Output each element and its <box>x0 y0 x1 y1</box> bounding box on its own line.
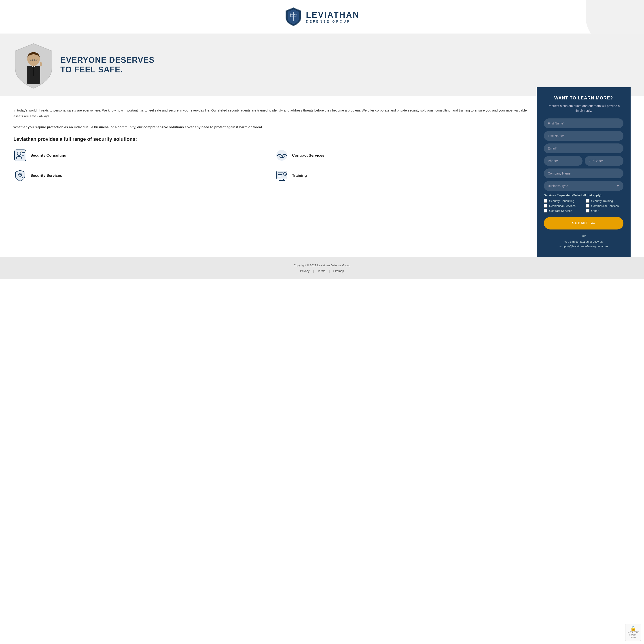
svg-rect-29 <box>278 176 281 176</box>
form-contact-info: you can contact us directly at: support@… <box>544 240 623 249</box>
hero-section: EVERYONE DESERVES TO FEEL SAFE. <box>0 34 644 96</box>
submit-button[interactable]: SUBMIT ⇐ <box>544 217 623 229</box>
first-name-input[interactable] <box>544 118 623 128</box>
service-security-label: Security Services <box>30 173 62 178</box>
checkboxes-grid: Security Consulting Security Training Re… <box>544 199 623 213</box>
logo-shield-icon <box>284 7 302 27</box>
svg-rect-22 <box>25 151 25 152</box>
consulting-icon <box>13 149 27 162</box>
business-type-select[interactable]: Business Type LLC Corporation Sole Propr… <box>544 181 623 191</box>
form-subtitle: Request a custom quote and our team will… <box>544 104 623 113</box>
footer-divider-2: | <box>329 269 330 273</box>
services-requested-section: Services Requested (Select all that appl… <box>544 194 623 213</box>
left-content: In today's world, threats to personal sa… <box>13 96 537 194</box>
svg-point-25 <box>19 174 21 175</box>
services-requested-label: Services Requested (Select all that appl… <box>544 194 623 197</box>
checkbox-residential-input[interactable] <box>544 204 547 208</box>
zip-input[interactable] <box>585 156 623 166</box>
service-contract: Contract Services <box>275 149 528 162</box>
form-or-text: Or <box>544 234 623 238</box>
hero-left: EVERYONE DESERVES TO FEEL SAFE. <box>13 42 631 87</box>
phone-zip-row <box>544 156 623 166</box>
form-contact-email: support@leviathandefensegroup.com <box>544 244 623 249</box>
checkbox-security-consulting-label: Security Consulting <box>549 199 574 203</box>
body-paragraph-1: In today's world, threats to personal sa… <box>13 107 528 119</box>
checkbox-security-training[interactable]: Security Training <box>586 199 623 203</box>
checkbox-contract-input[interactable] <box>544 209 547 213</box>
training-icon <box>275 169 288 182</box>
email-input[interactable] <box>544 143 623 153</box>
checkbox-other[interactable]: Other <box>586 209 623 213</box>
checkbox-security-training-input[interactable] <box>586 199 589 203</box>
service-consulting: Security Consulting <box>13 149 266 162</box>
service-contract-label: Contract Services <box>292 153 325 158</box>
contact-form: WANT TO LEARN MORE? Request a custom quo… <box>537 87 631 257</box>
svg-rect-27 <box>278 173 283 173</box>
tagline-line2: TO FEEL SAFE. <box>60 65 154 74</box>
checkbox-other-input[interactable] <box>586 209 589 213</box>
last-name-input[interactable] <box>544 131 623 141</box>
footer: Copyright © 2021 Leviathan Defense Group… <box>0 257 644 279</box>
security-icon <box>13 169 27 182</box>
service-training: Training <box>275 169 528 182</box>
checkbox-commercial-input[interactable] <box>586 204 589 208</box>
business-type-wrapper: Business Type LLC Corporation Sole Propr… <box>544 181 623 191</box>
svg-rect-19 <box>22 154 25 154</box>
services-grid: Security Consulting Contract Services <box>13 149 528 182</box>
recaptcha-badge: 🔒 reCAPTCHAPrivacy - Terms <box>625 624 641 641</box>
last-name-row <box>544 131 623 141</box>
recaptcha-logo-icon: 🔒 <box>628 626 638 631</box>
body-paragraph-2: Whether you require protection as an ind… <box>13 124 528 130</box>
first-name-row <box>544 118 623 128</box>
main-content: In today's world, threats to personal sa… <box>0 96 644 257</box>
form-title: WANT TO LEARN MORE? <box>544 95 623 101</box>
svg-rect-21 <box>21 151 22 152</box>
recaptcha-text: reCAPTCHAPrivacy - Terms <box>628 631 638 639</box>
email-row <box>544 143 623 153</box>
services-heading: Leviathan provides a full range of secur… <box>13 136 528 142</box>
hero-image <box>13 42 54 87</box>
footer-terms-link[interactable]: Terms <box>317 269 326 273</box>
hero-tagline: EVERYONE DESERVES TO FEEL SAFE. <box>60 55 154 74</box>
footer-links: Privacy | Terms | Sitemap <box>13 269 631 273</box>
checkbox-contract[interactable]: Contract Services <box>544 209 581 213</box>
phone-input[interactable] <box>544 156 583 166</box>
service-security: Security Services <box>13 169 266 182</box>
header-logo: LEVIATHAN DEFENSE GROUP <box>284 7 359 27</box>
company-name-input[interactable] <box>544 168 623 178</box>
checkbox-security-consulting-input[interactable] <box>544 199 547 203</box>
logo-subtitle: DEFENSE GROUP <box>306 20 359 23</box>
svg-rect-20 <box>22 155 24 156</box>
checkbox-security-consulting[interactable]: Security Consulting <box>544 199 581 203</box>
checkbox-residential-label: Residential Services <box>549 204 576 208</box>
contract-icon <box>275 149 288 162</box>
checkbox-other-label: Other <box>591 209 599 213</box>
service-training-label: Training <box>292 173 307 178</box>
logo-text: LEVIATHAN DEFENSE GROUP <box>306 10 359 23</box>
form-contact-line1: you can contact us directly at: <box>544 240 623 244</box>
submit-label: SUBMIT <box>572 221 588 225</box>
svg-marker-13 <box>33 67 34 76</box>
service-consulting-label: Security Consulting <box>30 153 66 158</box>
footer-privacy-link[interactable]: Privacy <box>300 269 310 273</box>
company-row <box>544 168 623 178</box>
checkbox-security-training-label: Security Training <box>591 199 613 203</box>
svg-rect-28 <box>278 174 282 175</box>
submit-arrow-icon: ⇐ <box>591 221 595 226</box>
checkbox-contract-label: Contract Services <box>549 209 572 213</box>
checkbox-commercial-label: Commercial Services <box>591 204 619 208</box>
checkbox-commercial[interactable]: Commercial Services <box>586 204 623 208</box>
checkbox-residential[interactable]: Residential Services <box>544 204 581 208</box>
business-type-row: Business Type LLC Corporation Sole Propr… <box>544 181 623 191</box>
header: LEVIATHAN DEFENSE GROUP <box>0 0 644 34</box>
header-blob <box>586 0 644 34</box>
footer-divider-1: | <box>313 269 314 273</box>
tagline-line1: EVERYONE DESERVES <box>60 55 154 65</box>
logo-title: LEVIATHAN <box>306 10 359 20</box>
svg-rect-18 <box>22 152 25 153</box>
footer-copyright: Copyright © 2021 Leviathan Defense Group <box>13 264 631 267</box>
footer-sitemap-link[interactable]: Sitemap <box>334 269 344 273</box>
